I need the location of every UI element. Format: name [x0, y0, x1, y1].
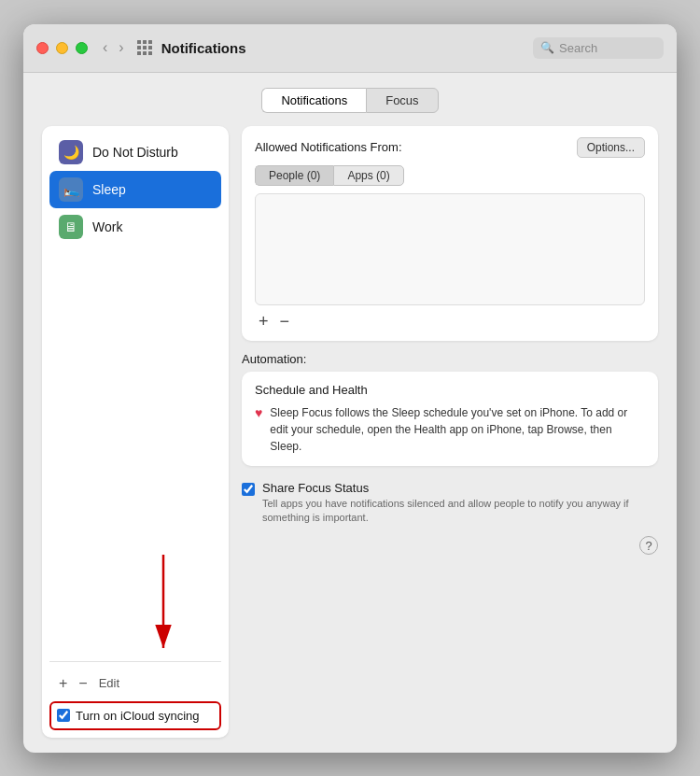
- sidebar-remove-button[interactable]: −: [75, 673, 91, 694]
- share-focus-checkbox[interactable]: [242, 483, 255, 496]
- sidebar-bottom: + − Edit: [49, 661, 221, 698]
- window: ‹ › Notifications 🔍 Search Notifications…: [23, 24, 677, 753]
- fullscreen-button[interactable]: [76, 42, 88, 54]
- allowed-notifications-title: Allowed Notifications From:: [255, 140, 402, 154]
- icloud-sync-label: Turn on iCloud syncing: [76, 709, 199, 723]
- right-panel: Allowed Notifications From: Options... P…: [242, 126, 658, 738]
- options-button[interactable]: Options...: [577, 137, 645, 158]
- titlebar: ‹ › Notifications 🔍 Search: [23, 24, 677, 73]
- close-button[interactable]: [36, 42, 49, 54]
- search-placeholder: Search: [559, 41, 597, 55]
- automation-item: ♥ Sleep Focus follows the Sleep schedule…: [255, 404, 645, 455]
- do-not-disturb-icon: 🌙: [59, 140, 83, 164]
- sidebar-edit-button[interactable]: Edit: [95, 674, 123, 692]
- automation-title: Schedule and Health: [255, 383, 645, 397]
- sidebar-item-sleep[interactable]: 🛌 Sleep: [49, 171, 221, 208]
- sidebar-item-do-not-disturb[interactable]: 🌙 Do Not Disturb: [49, 134, 221, 171]
- search-box[interactable]: 🔍 Search: [533, 37, 664, 59]
- tab-focus[interactable]: Focus: [366, 88, 438, 113]
- sidebar-actions: + − Edit: [49, 670, 221, 698]
- sleep-label: Sleep: [92, 182, 126, 197]
- automation-box: Schedule and Health ♥ Sleep Focus follow…: [242, 372, 658, 466]
- do-not-disturb-label: Do Not Disturb: [92, 145, 178, 160]
- main-layout: 🌙 Do Not Disturb 🛌 Sleep 🖥 Work + −: [42, 126, 658, 738]
- section-header: Allowed Notifications From: Options...: [255, 137, 645, 158]
- allowed-add-button[interactable]: +: [255, 313, 273, 330]
- heart-icon: ♥: [255, 405, 262, 420]
- share-focus-text-group: Share Focus Status Tell apps you have no…: [262, 481, 658, 526]
- right-panel-bottom: ?: [242, 536, 658, 555]
- automation-description: Sleep Focus follows the Sleep schedule y…: [270, 404, 645, 455]
- work-icon: 🖥: [59, 215, 83, 239]
- window-title: Notifications: [161, 40, 533, 56]
- share-focus-row: Share Focus Status Tell apps you have no…: [242, 481, 658, 526]
- share-focus-description: Tell apps you have notifications silence…: [262, 497, 658, 526]
- sidebar-add-button[interactable]: +: [55, 673, 71, 694]
- nav-buttons: ‹ ›: [99, 38, 128, 57]
- sidebar-item-work[interactable]: 🖥 Work: [49, 208, 221, 246]
- grid-icon[interactable]: [137, 40, 152, 55]
- sidebar: 🌙 Do Not Disturb 🛌 Sleep 🖥 Work + −: [42, 126, 229, 738]
- work-label: Work: [92, 219, 122, 234]
- back-button[interactable]: ‹: [99, 38, 111, 57]
- allowed-content-area: [255, 193, 645, 305]
- icloud-sync-row: Turn on iCloud syncing: [49, 701, 221, 730]
- sleep-icon: 🛌: [59, 177, 83, 202]
- allowed-remove-button[interactable]: −: [276, 313, 294, 330]
- allowed-bottom-bar: + −: [255, 313, 645, 330]
- forward-button[interactable]: ›: [115, 38, 127, 57]
- allowed-tabs: People (0) Apps (0): [255, 165, 645, 186]
- tab-people[interactable]: People (0): [255, 165, 333, 186]
- minimize-button[interactable]: [56, 42, 68, 54]
- content-area: Notifications Focus 🌙 Do Not Disturb 🛌 S…: [23, 73, 677, 753]
- allowed-notifications-section: Allowed Notifications From: Options... P…: [242, 126, 658, 341]
- tab-notifications[interactable]: Notifications: [261, 88, 366, 113]
- search-icon: 🔍: [540, 41, 554, 54]
- traffic-lights: [36, 42, 88, 54]
- share-focus-label: Share Focus Status: [262, 481, 658, 495]
- automation-section: Automation: Schedule and Health ♥ Sleep …: [242, 352, 658, 466]
- tab-apps[interactable]: Apps (0): [333, 165, 403, 186]
- automation-label: Automation:: [242, 352, 658, 366]
- icloud-sync-checkbox[interactable]: [57, 709, 70, 722]
- help-button[interactable]: ?: [639, 536, 658, 555]
- tab-bar: Notifications Focus: [42, 88, 658, 113]
